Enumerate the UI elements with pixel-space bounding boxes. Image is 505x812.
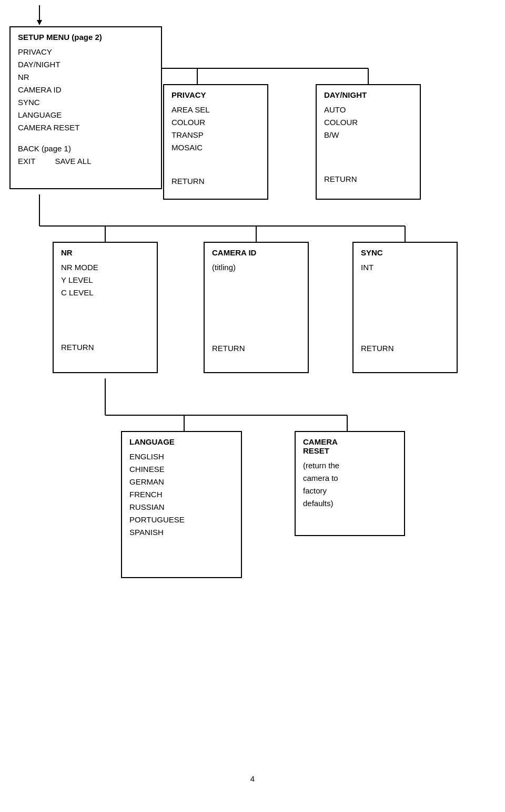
privacy-colour: COLOUR	[171, 116, 260, 129]
cameraid-titling: (titling)	[212, 261, 300, 274]
nr-ylabel: Y LEVEL	[61, 274, 149, 286]
cameraid-title: CAMERA ID	[212, 248, 300, 257]
language-russian: RUSSIAN	[129, 501, 234, 513]
nr-box: NR NR MODE Y LEVEL C LEVEL RETURN	[53, 242, 158, 373]
language-box: LANGUAGE ENGLISH CHINESE GERMAN FRENCH R…	[121, 431, 242, 578]
language-chinese: CHINESE	[129, 463, 234, 476]
nr-title: NR	[61, 248, 149, 257]
page-number: 4	[250, 774, 255, 783]
daynight-title: DAY/NIGHT	[324, 90, 412, 99]
sync-title: SYNC	[361, 248, 449, 257]
setup-menu-box: SETUP MENU (page 2) PRIVACY DAY/NIGHT NR…	[9, 26, 162, 189]
sync-return: RETURN	[361, 344, 394, 353]
language-english: ENGLISH	[129, 450, 234, 463]
language-french: FRENCH	[129, 488, 234, 501]
privacy-areasel: AREA SEL	[171, 104, 260, 116]
setup-menu-back: BACK (page 1)	[18, 142, 154, 155]
sync-box: SYNC INT RETURN	[352, 242, 458, 373]
language-title: LANGUAGE	[129, 437, 234, 446]
nr-mode: NR MODE	[61, 261, 149, 274]
language-spanish: SPANISH	[129, 526, 234, 539]
cameraid-return: RETURN	[212, 344, 245, 353]
camera-reset-box: CAMERARESET (return thecamera tofactoryd…	[295, 431, 405, 536]
privacy-mosaic: MOSAIC	[171, 141, 260, 154]
setup-menu-privacy: PRIVACY	[18, 46, 154, 58]
privacy-return: RETURN	[171, 177, 205, 186]
daynight-colour: COLOUR	[324, 116, 412, 129]
setup-menu-nr: NR	[18, 71, 154, 84]
setup-menu-exit-save: EXIT SAVE ALL	[18, 155, 154, 168]
nr-return: RETURN	[61, 343, 94, 352]
language-german: GERMAN	[129, 476, 234, 488]
svg-marker-1	[37, 20, 42, 25]
sync-int: INT	[361, 261, 449, 274]
setup-menu-title: SETUP MENU (page 2)	[18, 33, 154, 42]
privacy-title: PRIVACY	[171, 90, 260, 99]
setup-menu-language: LANGUAGE	[18, 109, 154, 121]
cameraid-box: CAMERA ID (titling) RETURN	[204, 242, 309, 373]
setup-menu-cameraid: CAMERA ID	[18, 84, 154, 96]
nr-clevel: C LEVEL	[61, 286, 149, 299]
daynight-return: RETURN	[324, 174, 357, 183]
setup-menu-sync: SYNC	[18, 96, 154, 109]
camera-reset-desc: (return thecamera tofactorydefaults)	[303, 459, 397, 510]
privacy-transp: TRANSP	[171, 129, 260, 141]
daynight-box: DAY/NIGHT AUTO COLOUR B/W RETURN	[316, 84, 421, 200]
setup-menu-daynight: DAY/NIGHT	[18, 58, 154, 71]
privacy-box: PRIVACY AREA SEL COLOUR TRANSP MOSAIC RE…	[163, 84, 268, 200]
daynight-bw: B/W	[324, 129, 412, 141]
daynight-auto: AUTO	[324, 104, 412, 116]
camera-reset-title: CAMERARESET	[303, 437, 397, 455]
setup-menu-camerareset: CAMERA RESET	[18, 121, 154, 134]
language-portuguese: PORTUGUESE	[129, 513, 234, 526]
